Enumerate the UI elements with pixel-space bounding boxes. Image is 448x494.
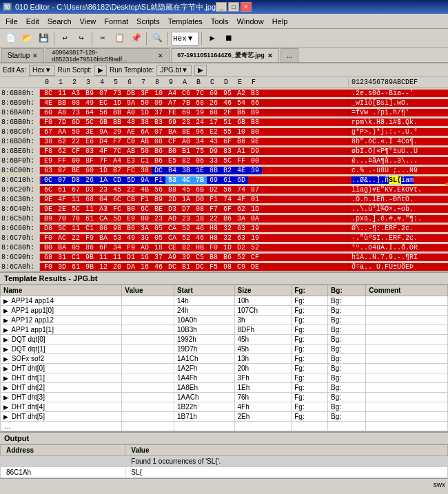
open-button[interactable]: 📂: [19, 31, 34, 46]
hex-row-6bd0[interactable]: 8:6BD0h: 386222E6D4F7C0AB08CFA034436FB69…: [0, 136, 448, 146]
expand-arrow[interactable]: ▶: [3, 327, 8, 333]
menu-scripts[interactable]: Scripts: [132, 14, 164, 28]
hex-row-6c40[interactable]: 8:6C40h: 9E2E5C11A3FCB06CBED3D708F76F621…: [0, 204, 448, 214]
hex-row-6bf0[interactable]: 8:6BF0h: E9FF008F7FA4E3C1B6E58206335CFF0…: [0, 156, 448, 165]
expand-arrow[interactable]: ▶: [3, 317, 8, 324]
bytes-6c10: 0C07D8261ACD5D9AF1 53 4C 7B 69616D: [40, 176, 348, 184]
save-button[interactable]: 💾: [36, 31, 51, 46]
hex-row-6c80[interactable]: 8:6C80h: B0BA05866F34F9AD18CE82HBF01DD25…: [0, 243, 448, 252]
tab-file1-close[interactable]: ✕: [158, 52, 163, 59]
expand-arrow[interactable]: ▶: [3, 298, 8, 305]
template-run-btn[interactable]: ▶: [194, 65, 207, 76]
hex-col-a: A: [178, 79, 192, 86]
table-row[interactable]: ▶ DHT dht[2] 1A8Eh 1Eh Fg: Bg:: [1, 383, 448, 393]
table-row[interactable]: ▶ DHT dht[0] 1A2Fh 20h Fg: Bg:: [1, 364, 448, 373]
redo-button[interactable]: ↪: [74, 31, 89, 46]
tab-file2-close[interactable]: ✕: [267, 52, 273, 59]
hex-row-6ca0[interactable]: 8:6CA0h: F03D619B1220DA1646DCB1DCF598C9D…: [0, 262, 448, 271]
row-comment: [366, 402, 448, 412]
cut-button[interactable]: ✂: [95, 31, 110, 46]
table-row[interactable]: ▶ SOFx sof2 1A1Ch 13h Fg: Bg:: [1, 354, 448, 364]
expand-arrow[interactable]: ▶: [3, 336, 8, 343]
expand-arrow[interactable]: ▶: [3, 413, 8, 420]
table-row[interactable]: ▶ DHT dht[3] 1AACh 76h Fg: Bg:: [1, 393, 448, 402]
hex-row-6ba0[interactable]: 8:6BA0h: 60A8736456BBA01D37FE6919682FB6B…: [0, 107, 448, 117]
template-dropdown[interactable]: JPG.bt▼: [156, 65, 191, 76]
expand-arrow[interactable]: ▶: [3, 307, 8, 314]
tab-file1[interactable]: 409649817-128-d85231de79516fdc5f9adf... …: [45, 48, 170, 62]
tab-more[interactable]: ...: [281, 48, 298, 62]
hex-row-6c00[interactable]: 8:6C00h: 6307BE601DB7FC38DCB43B1E8BB24E3…: [0, 165, 448, 175]
menu-window[interactable]: Window: [233, 14, 268, 28]
hex-row-6c70[interactable]: 8:6C70h: F0AC22F9BA53493G05CA5246H832631…: [0, 233, 448, 243]
window-controls[interactable]: _ □ ✕: [216, 2, 252, 12]
hex-row-6c90[interactable]: 8:6C90h: 6831C19B1111D11637A939C5B8B652C…: [0, 252, 448, 262]
row-start: [174, 422, 234, 431]
menu-tools[interactable]: Tools: [207, 14, 233, 28]
row-comment: [366, 373, 448, 383]
table-row[interactable]: ▶ DHT dht[1] 1A4Fh 3Fh Fg: Bg:: [1, 373, 448, 383]
row-value: [122, 373, 174, 383]
minimize-button[interactable]: _: [216, 2, 227, 12]
tab-startup[interactable]: Startup ✕: [1, 48, 44, 62]
menu-file[interactable]: File: [1, 14, 22, 28]
table-row[interactable]: ▶ APP1 app1[1] 10B3h 8DFh Fg: Bg:: [1, 325, 448, 335]
find-button[interactable]: 🔍: [150, 31, 165, 46]
toolbar-separator-5: [201, 32, 202, 45]
hex-dropdown[interactable]: Hex ▼: [171, 32, 198, 45]
menu-templates[interactable]: Templates: [164, 14, 207, 28]
table-row[interactable]: ▶ DHT dht[5] 1B71h 2Eh Fg: Bg:: [1, 412, 448, 422]
row-size: 10h: [234, 296, 292, 306]
close-button[interactable]: ✕: [241, 2, 252, 12]
hex-row-6c60[interactable]: 8:6C60h: D85C11C10698B63A05CA5246H832631…: [0, 223, 448, 233]
menu-help[interactable]: Help: [268, 14, 292, 28]
stop-btn[interactable]: ⏹: [221, 31, 236, 46]
undo-button[interactable]: ↩: [57, 31, 72, 46]
paste-button[interactable]: 📌: [128, 31, 143, 46]
table-row[interactable]: ▶ APP1 app1[0] 24h 107Ch Fg: Bg:: [1, 306, 448, 316]
new-button[interactable]: 📄: [3, 31, 18, 46]
row-name: ▶ APP1 app1[1]: [1, 325, 122, 335]
menu-search[interactable]: Search: [43, 14, 76, 28]
hex-col-1: 1: [54, 79, 68, 86]
expand-arrow[interactable]: ▶: [3, 394, 8, 401]
expand-arrow[interactable]: ▶: [3, 356, 8, 362]
copy-button[interactable]: 📋: [112, 31, 127, 46]
expand-arrow[interactable]: ▶: [3, 365, 8, 372]
expand-arrow[interactable]: ▶: [3, 375, 8, 382]
hex-row-6b80[interactable]: 8:6B80h: 8C11A3B90773DB3F10A4C67C6995A2B…: [0, 88, 448, 98]
table-row[interactable]: ...: [1, 422, 448, 431]
menu-format[interactable]: Format: [100, 14, 132, 28]
hex-row-6c30[interactable]: 8:6C30h: 9E4F1168046CCBF1B92D1AD0F1744F0…: [0, 194, 448, 204]
hex-row-6bc0[interactable]: 8:6BC0h: 67AA503E9A29AE6A07BA8E96E25510B…: [0, 127, 448, 136]
row-comment: [366, 422, 448, 431]
hex-row-6bb0[interactable]: 8:6BB0h: F07D6D5C6BBB4838B369232417516BB…: [0, 117, 448, 127]
hex-main[interactable]: 8:6B80h: 8C11A3B90773DB3F10A4C67C6995A2B…: [0, 88, 448, 271]
table-row[interactable]: ▶ DHT dht[4] 1B22h 4Fh Fg: Bg:: [1, 402, 448, 412]
edit-as-dropdown[interactable]: Hex▼: [29, 65, 55, 76]
expand-arrow[interactable]: ▶: [3, 404, 8, 411]
run-btn[interactable]: ▶: [205, 31, 220, 46]
table-row[interactable]: ▶ DQT dqt[0] 1992h 45h Fg: Bg:: [1, 335, 448, 344]
maximize-button[interactable]: □: [228, 2, 239, 12]
hex-row-6b90[interactable]: 8:6B90h: 4EBB0849EC1D9A5009A77B682646546…: [0, 98, 448, 107]
row-start: 1B71h: [174, 412, 234, 422]
menu-edit[interactable]: Edit: [22, 14, 43, 28]
tab-file2[interactable]: 67-19110511644Z6_爱奇艺.jpg ✕: [171, 48, 279, 62]
row-bg: Bg:: [328, 373, 366, 383]
hex-row-6c20[interactable]: 8:6C20h: 6C6167D32345224B56B8456BD256748…: [0, 185, 448, 194]
row-comment: [366, 393, 448, 402]
expand-arrow[interactable]: ▶: [3, 346, 8, 353]
hex-row-6c50[interactable]: 8:6C50h: B9707861CA5DE98023AD231822B63A0…: [0, 214, 448, 223]
hex-row-6c10[interactable]: 8:6C10h: 0C07D8261ACD5D9AF1 53 4C 7B 696…: [0, 175, 448, 185]
table-row[interactable]: ▶ DQT dqt[1] 19D7h 45h Fg: Bg:: [1, 344, 448, 354]
table-row[interactable]: ▶ APP12 app12 10A0h 3h Fg: Bg:: [1, 316, 448, 325]
run-script-btn[interactable]: ▶: [94, 65, 107, 76]
hex-row-6be0[interactable]: 8:6BE0h: F862CF034F7CAB50B6B0B175D983A1D…: [0, 146, 448, 156]
table-row[interactable]: ▶ APP14 app14 14h 10h Fg: Bg:: [1, 296, 448, 306]
expand-arrow[interactable]: ▶: [3, 384, 8, 391]
tab-startup-close[interactable]: ✕: [32, 52, 38, 59]
output-value: Found 1 occurrences of 'SL{'.: [125, 456, 448, 467]
row-fg: Fg:: [292, 383, 328, 393]
menu-view[interactable]: View: [76, 14, 101, 28]
